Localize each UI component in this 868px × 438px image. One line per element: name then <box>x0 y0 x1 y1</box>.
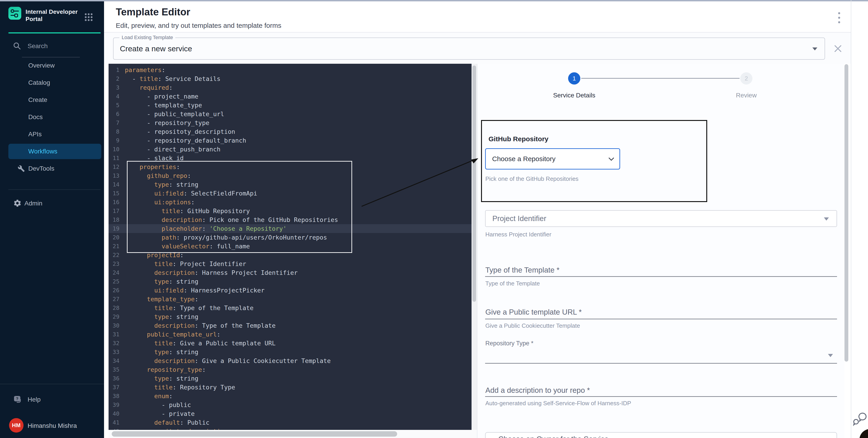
sidebar-item-docs[interactable]: Docs <box>0 108 104 126</box>
sidebar: Internal Developer Portal Search Overvie… <box>0 1 104 438</box>
line-number: 18 <box>108 216 119 223</box>
code-line[interactable]: 32 title: Give a Public template URL <box>108 339 471 347</box>
code-line[interactable]: 24 description: Harness Project Identifi… <box>108 268 471 277</box>
code-text: description: Give a Public Cookiecutter … <box>119 357 331 364</box>
code-line[interactable]: 3 required: <box>108 83 471 92</box>
code-line[interactable]: 39 - public <box>108 401 471 409</box>
project-identifier-value: Project Identifier <box>492 214 546 223</box>
help-label: Help <box>28 396 41 403</box>
code-line[interactable]: 15 ui:field: SelectFieldFromApi <box>108 189 471 198</box>
stepper-label-service-details: Service Details <box>544 92 605 99</box>
kebab-menu-icon[interactable] <box>834 11 844 25</box>
code-line[interactable]: 41 default: Public <box>108 418 471 427</box>
code-line[interactable]: 40 - private <box>108 409 471 418</box>
sidebar-item-workflows[interactable]: Workflows <box>0 143 104 160</box>
code-line[interactable]: 5 - template_type <box>108 101 471 110</box>
code-line[interactable]: 16 ui:options: <box>108 198 471 207</box>
code-line[interactable]: 28 title: Type of the Template <box>108 304 471 312</box>
code-line[interactable]: 10 - direct_push_branch <box>108 145 471 154</box>
code-text: - public_template_url <box>119 110 224 117</box>
code-line[interactable]: 34 description: Give a Public Cookiecutt… <box>108 357 471 365</box>
code-line[interactable]: 7 - repository_type <box>108 119 471 127</box>
code-text: type: string <box>119 375 198 382</box>
code-line[interactable]: 25 type: string <box>108 277 471 286</box>
code-line[interactable]: 33 type: string <box>108 347 471 357</box>
code-line[interactable]: 13 github_repo: <box>108 171 471 180</box>
sidebar-item-apis[interactable]: APIs <box>0 126 104 143</box>
code-text: github_repo: <box>119 172 191 179</box>
owner-select[interactable]: Choose an Owner for the Service <box>485 432 837 438</box>
repository-type-label: Repository Type * <box>485 340 533 347</box>
code-line[interactable]: 23 title: Project Identifier <box>108 260 471 268</box>
code-line[interactable]: 22 projectId: <box>108 250 471 260</box>
sidebar-search[interactable]: Search <box>0 39 104 53</box>
code-line[interactable]: 2 - title: Service Details <box>108 74 471 83</box>
code-line[interactable]: 6 - public_template_url <box>108 110 471 119</box>
code-line[interactable]: 29 type: string <box>108 312 471 321</box>
code-line[interactable]: 1parameters: <box>108 66 471 74</box>
line-number: 21 <box>108 243 119 249</box>
line-number: 31 <box>108 331 119 338</box>
code-line[interactable]: 8 - repositoty_description <box>108 127 471 136</box>
sidebar-item-overview[interactable]: Overview <box>0 57 104 74</box>
code-line[interactable]: 18 description: Pick one of the GitHub R… <box>108 215 471 224</box>
repo-description-input[interactable] <box>485 396 837 397</box>
load-template-band: Load Existing Template Create a new serv… <box>104 33 851 64</box>
sidebar-item-label: APIs <box>28 131 41 138</box>
yaml-code-editor[interactable]: 1parameters:2 - title: Service Details3 … <box>108 64 471 430</box>
page-title: Template Editor <box>116 6 190 18</box>
editor-horizontal-scrollbar-thumb[interactable] <box>112 431 397 437</box>
caret-down-icon <box>812 47 817 50</box>
sidebar-item-devtools[interactable]: DevTools <box>0 160 104 177</box>
code-line[interactable]: 21 valueSelector: full_name <box>108 242 471 250</box>
line-number: 37 <box>108 384 119 391</box>
code-text: ui:field: HarnessProjectPicker <box>119 287 265 294</box>
code-line[interactable]: 36 type: string <box>108 374 471 383</box>
repository-type-select[interactable] <box>485 363 837 364</box>
line-number: 35 <box>108 366 119 373</box>
stepper-step-1[interactable]: 1 <box>568 72 580 85</box>
line-number: 32 <box>108 340 119 346</box>
code-line[interactable]: 14 type: string <box>108 180 471 189</box>
code-line[interactable]: 42 repositoty_description: <box>108 427 471 430</box>
chat-bubbles-icon[interactable] <box>852 411 867 426</box>
corner-widget[interactable] <box>859 429 868 438</box>
code-line[interactable]: 26 ui:field: HarnessProjectPicker <box>108 286 471 295</box>
editor-horizontal-scrollbar[interactable] <box>108 430 477 438</box>
page-vertical-scrollbar-thumb[interactable] <box>844 64 848 362</box>
line-number: 13 <box>108 172 119 179</box>
line-number: 27 <box>108 296 119 302</box>
sidebar-item-catalog[interactable]: Catalog <box>0 74 104 91</box>
code-line[interactable]: 31 public_template_url: <box>108 330 471 339</box>
apps-grid-icon[interactable] <box>85 13 93 22</box>
editor-vertical-scrollbar-thumb[interactable] <box>472 66 476 302</box>
close-icon[interactable] <box>834 44 842 53</box>
code-line[interactable]: 19 placeholder: 'Choose a Repository' <box>108 224 471 233</box>
code-line[interactable]: 20 path: proxy/github-api/users/OrkoHunt… <box>108 233 471 242</box>
code-line[interactable]: 12 properties: <box>108 163 471 171</box>
code-line[interactable]: 9 - repository_default_branch <box>108 136 471 145</box>
template-type-field-input[interactable] <box>485 276 837 277</box>
code-line[interactable]: 27 template_type: <box>108 295 471 304</box>
repo-description-label: Add a description to your repo * <box>485 386 590 395</box>
load-existing-template-select[interactable]: Load Existing Template Create a new serv… <box>113 37 825 60</box>
code-line[interactable]: 38 enum: <box>108 392 471 401</box>
code-line[interactable]: 4 - project_name <box>108 92 471 101</box>
github-repository-select[interactable]: Choose a Repository <box>485 148 620 169</box>
code-line[interactable]: 11 - slack_id <box>108 154 471 163</box>
code-line[interactable]: 17 title: GitHub Repository <box>108 207 471 215</box>
public-url-field-input[interactable] <box>485 319 837 319</box>
editor-vertical-scrollbar[interactable] <box>471 64 477 430</box>
stepper-step-2[interactable]: 2 <box>740 72 752 85</box>
project-identifier-select[interactable]: Project Identifier <box>485 210 837 227</box>
code-line[interactable]: 37 title: Repository Type <box>108 383 471 392</box>
code-text: default: Public <box>119 419 210 426</box>
code-line[interactable]: 30 description: Type of the Template <box>108 321 471 330</box>
code-line[interactable]: 35 repository_type: <box>108 365 471 374</box>
user-menu[interactable]: HM Himanshu Mishra <box>0 415 104 436</box>
help-button[interactable]: ? Help <box>0 392 104 408</box>
brand-divider <box>8 32 101 33</box>
sidebar-item-admin[interactable]: Admin <box>0 195 104 211</box>
sidebar-item-create[interactable]: Create <box>0 91 104 108</box>
public-url-field-helper: Give a Public Cookiecutter Template <box>485 322 580 329</box>
